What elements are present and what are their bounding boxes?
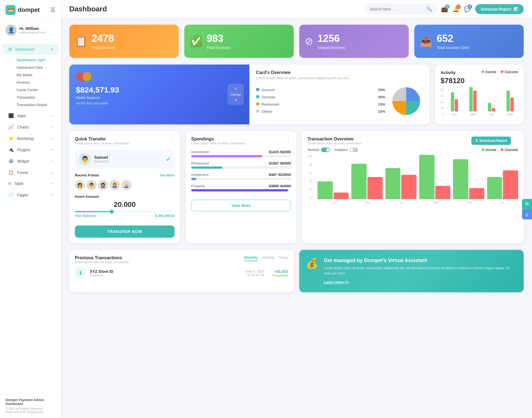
bar-label-tue: Tue (489, 113, 494, 116)
sidebar-item-forms[interactable]: 📋 Forms › (3, 167, 58, 178)
stat-cards: 📋 2478 Total Invoices ✅ 983 Paid Invoice… (69, 25, 524, 58)
transaction-chart: 100806040200 (308, 155, 518, 204)
y-axis: 80 60 40 20 0 (441, 88, 445, 116)
sidebar-item-bootstrap[interactable]: ⭐ Bootstrap › (3, 133, 58, 144)
settings-gear-button[interactable]: ⚙ (522, 199, 532, 209)
sidebar-item-dashboard[interactable]: ⊞ Dashboard ▾ (3, 44, 58, 55)
sidebar-item-label: Table (14, 181, 23, 186)
services-label: Services (262, 95, 275, 99)
wallet-icon-btn[interactable]: 💼 2 (441, 6, 448, 12)
property-bar (191, 189, 288, 191)
card-overview-panel: $824,571.93 Wallet Balance +0.8% than la… (69, 65, 429, 124)
transfer-name: Samuel (94, 155, 109, 160)
user-section: 👤 Hi, William william@gmail.com (0, 20, 61, 40)
va-learn-more-link[interactable]: Learn more >> (324, 280, 349, 284)
amount-slider[interactable] (75, 211, 175, 212)
sidebar-item-table[interactable]: ≡ Table › (3, 178, 58, 189)
stat-card-unpaid: ⊘ 1256 Unpaid Invoices (299, 25, 409, 58)
bar-group-tue-big (385, 168, 416, 199)
transfer-handle: @sam224 (94, 160, 109, 163)
outcome-bar-mon (473, 91, 477, 111)
submenu-transaction-details[interactable]: Transaction Details (14, 101, 61, 109)
sidebar-item-charts[interactable]: 📈 Charts › (3, 122, 58, 132)
paid-invoices-icon: ✅ (190, 35, 202, 47)
submenu-invoices[interactable]: Invoices (14, 79, 61, 86)
sidebar-item-label: Widget (17, 159, 29, 163)
submenu-dashboard-dark[interactable]: Dashboard Dark (14, 64, 61, 71)
investment-amount: $1415 /$2000 (269, 150, 291, 154)
stat-card-total: 📋 2478 Total Invoices (69, 25, 179, 58)
balance-value: $ 456,345.62 (155, 214, 175, 218)
generate-report-button[interactable]: Generate Report 📊 (475, 4, 524, 14)
recent-friends-row: Recent Friend See More (75, 173, 175, 177)
income-sun-big (318, 181, 333, 199)
sidebar-item-widget[interactable]: ⚙️ Widget › (3, 156, 58, 166)
submenu-my-wallet[interactable]: My Wallet (14, 71, 61, 79)
investment-label: Investment (191, 150, 209, 154)
analytics-toggle[interactable] (349, 148, 358, 152)
wallet-badge: 2 (445, 4, 449, 9)
footer-title: Dompet Payment Admin Dashboard (6, 398, 55, 406)
sidebar-item-pages[interactable]: 📄 Pages › (3, 189, 58, 200)
outcome-tue-big (401, 175, 416, 199)
sidebar-item-label: Charts (17, 125, 29, 129)
big-bar-groups (318, 155, 518, 199)
wallet-card-logo (76, 72, 243, 81)
wallet-card: $824,571.93 Wallet Balance +0.8% than la… (69, 65, 249, 124)
sidebar-item-apps[interactable]: ⬛ Apps › (3, 110, 58, 121)
sent-invoices-icon: 📤 (420, 35, 432, 47)
restaurant-amount: $1567 /$5000 (269, 161, 291, 165)
friend-avatar-2[interactable]: 👨 (86, 180, 96, 190)
view-more-button[interactable]: View More (191, 200, 291, 211)
transaction-menu[interactable]: ⋮ (513, 138, 518, 144)
content: 📋 2478 Total Invoices ✅ 983 Paid Invoice… (61, 18, 532, 418)
tab-monthly[interactable]: Monthly (244, 255, 258, 261)
submenu-transaction[interactable]: Transaction (14, 94, 61, 101)
notification-icon-btn[interactable]: 🔔 12 (452, 6, 459, 12)
page-title: Dashboard (69, 5, 107, 13)
tab-today[interactable]: Today (278, 255, 288, 261)
unpaid-invoices-number: 1256 (318, 33, 345, 44)
friend-avatar-3[interactable]: 👩‍🦱 (98, 180, 108, 190)
settings-sidebar: ⚙ 💧 (522, 199, 532, 219)
income-bar-sun (451, 92, 454, 111)
hamburger-menu[interactable]: ☰ (50, 7, 55, 13)
stat-card-sent: 📤 652 Total Invoices Sent (414, 25, 524, 58)
download-report-button[interactable]: ⬇ Download Report (471, 137, 511, 145)
installment-label: Installment (191, 173, 209, 177)
slider-thumb (110, 210, 114, 214)
recent-label: Recent Friend (75, 173, 99, 177)
income-bar-tue (488, 103, 491, 111)
change-card-button[interactable]: ↻ Change ▾ (227, 84, 244, 105)
friend-avatar-5[interactable]: 👩‍🦳 (121, 180, 131, 190)
friend-avatar-1[interactable]: 👩 (75, 180, 85, 190)
see-all-link[interactable]: See More (160, 173, 175, 177)
message-icon-btn[interactable]: 💬 5 (464, 6, 471, 12)
income-thu-big (453, 159, 468, 199)
spendings-menu[interactable]: ⋮ (286, 137, 291, 143)
main-content: Dashboard 🔍 💼 2 🔔 12 💬 5 Generate Report… (61, 0, 532, 418)
search-icon: 🔍 (426, 6, 432, 12)
lower-row: Previous Transactions Lorem ipsum dolor … (69, 250, 524, 292)
sidebar-item-label: Forms (17, 170, 28, 175)
submenu-dashboard-light[interactable]: Dashboard Light (14, 56, 61, 64)
transfer-now-button[interactable]: TRANSFER NOW (75, 225, 175, 238)
sidebar-item-plugins[interactable]: 🔌 Plugins › (3, 144, 58, 155)
tab-weekly[interactable]: Weekly (262, 255, 274, 261)
number-toggle[interactable] (321, 148, 330, 152)
prev-trans-subtitle: Lorem ipsum dolor sit amet, consectetur (75, 260, 129, 264)
search-input[interactable] (369, 7, 424, 11)
total-invoices-number: 2478 (92, 33, 115, 44)
slider-fill (75, 211, 110, 212)
quick-transfer-menu[interactable]: ⋮ (170, 137, 175, 143)
spending-row-investment: Investment $1415 /$2000 (191, 150, 291, 157)
bar-group-sun: Sun (446, 92, 463, 116)
dashboard-icon: ⊞ (8, 47, 12, 52)
generate-btn-label: Generate Report (481, 7, 511, 11)
submenu-cards-center[interactable]: Cards Center (14, 86, 61, 94)
settings-water-button[interactable]: 💧 (522, 209, 532, 219)
friend-avatar-4[interactable]: 👩‍🦰 (110, 180, 120, 190)
quick-transfer-title: Quick Transfer (75, 137, 129, 142)
spendings-title: Spendings (191, 137, 245, 142)
account-label: Account (262, 88, 275, 92)
